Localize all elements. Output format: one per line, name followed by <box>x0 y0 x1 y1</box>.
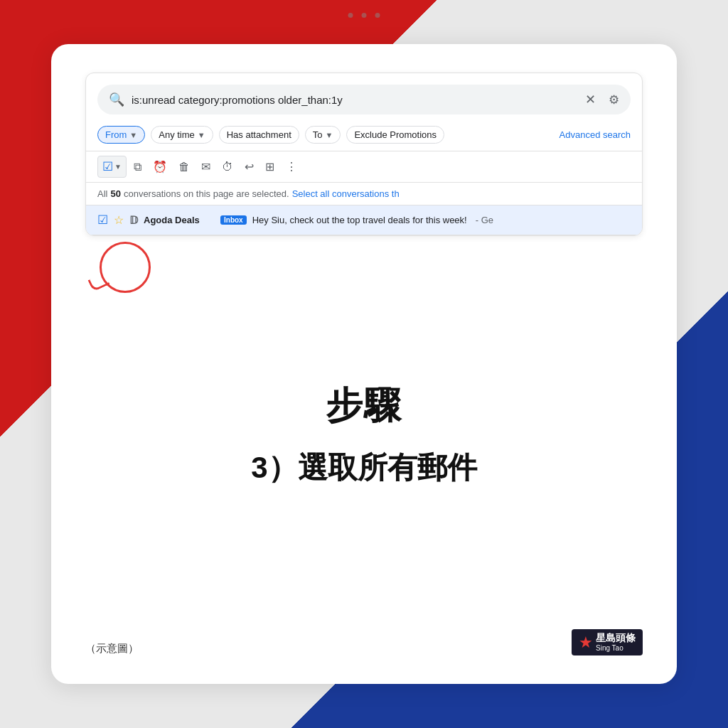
bottom-bar: （示意圖） ★ 星島頭條 Sing Tao <box>85 618 643 655</box>
refresh-icon[interactable]: ⧉ <box>129 156 146 178</box>
email-promo-category-icon: 𝔻 <box>129 214 138 227</box>
chevron-down-icon: ▼ <box>129 131 137 139</box>
close-icon[interactable]: ✕ <box>585 92 596 107</box>
mark-read-icon[interactable]: ✉ <box>197 156 215 178</box>
selection-count: 50 <box>110 188 120 199</box>
filter-chip-attachment[interactable]: Has attachment <box>219 126 299 144</box>
step-description: 3）選取所有郵件 <box>251 448 476 488</box>
toolbar-row: ☑ ▼ ⧉ ⏰ 🗑 ✉ ⏱ ↩ ⊞ ⋮ <box>86 151 642 183</box>
email-checkbox-icon[interactable]: ☑ <box>97 213 108 228</box>
more-actions-icon[interactable]: ⋮ <box>282 156 301 178</box>
search-icon: 🔍 <box>109 92 124 107</box>
search-query: is:unread category:promotions older_than… <box>132 94 578 106</box>
email-snippet-text: - Ge <box>476 215 493 225</box>
select-all-conversations-link[interactable]: Select all conversations th <box>292 188 400 199</box>
selection-suffix: conversations on this page are selected. <box>124 188 289 199</box>
snooze2-icon[interactable]: ⏱ <box>218 156 237 178</box>
email-star-icon[interactable]: ☆ <box>114 213 124 227</box>
logo-english-text: Sing Tao <box>596 644 636 653</box>
filter-chip-attachment-label: Has attachment <box>227 129 291 140</box>
email-list-item[interactable]: ☑ ☆ 𝔻 Agoda Deals Inbox Hey Siu, check o… <box>86 205 642 235</box>
step-title: 步驟 <box>326 381 402 431</box>
filter-chip-anytime-label: Any time <box>159 129 195 140</box>
selection-notice-bar: All 50 conversations on this page are se… <box>86 183 642 205</box>
selection-prefix: All <box>97 188 107 199</box>
logo-star-icon: ★ <box>579 635 593 651</box>
filter-chip-from[interactable]: From ▼ <box>97 126 145 144</box>
move-to-icon[interactable]: ↩ <box>240 156 258 178</box>
email-sender-name: Agoda Deals <box>144 215 215 225</box>
filter-chips-row: From ▼ Any time ▼ Has attachment To ▼ Ex… <box>86 123 642 151</box>
disclaimer-text: （示意圖） <box>85 642 139 655</box>
email-subject-text: Hey Siu, check out the top travel deals … <box>252 215 467 225</box>
logo-chinese-text: 星島頭條 <box>596 632 636 644</box>
select-all-button[interactable]: ☑ ▼ <box>97 156 127 178</box>
main-card: 🔍 is:unread category:promotions older_th… <box>51 44 677 684</box>
singtao-logo: ★ 星島頭條 Sing Tao <box>572 629 643 655</box>
email-inbox-badge: Inbox <box>220 215 247 225</box>
filter-chip-anytime[interactable]: Any time ▼ <box>151 126 213 144</box>
search-bar: 🔍 is:unread category:promotions older_th… <box>97 85 631 114</box>
select-all-dropdown-icon: ▼ <box>114 163 122 171</box>
snooze-icon[interactable]: ⏰ <box>149 156 171 178</box>
chevron-down-icon: ▼ <box>198 131 205 139</box>
filter-chip-exclude-promotions[interactable]: Exclude Promotions <box>346 126 444 144</box>
label-icon[interactable]: ⊞ <box>261 156 279 178</box>
filter-chip-exclude-promotions-label: Exclude Promotions <box>354 129 437 140</box>
advanced-search-link[interactable]: Advanced search <box>560 129 631 140</box>
select-all-checkbox-icon: ☑ <box>102 159 113 174</box>
filter-settings-icon[interactable]: ⚙ <box>609 92 619 107</box>
filter-chip-from-label: From <box>105 129 127 140</box>
filter-chip-to[interactable]: To ▼ <box>305 126 341 144</box>
step-section: 步驟 3）選取所有郵件 <box>85 236 643 618</box>
gmail-ui-mock: 🔍 is:unread category:promotions older_th… <box>85 73 643 236</box>
chevron-down-icon: ▼ <box>325 131 333 139</box>
delete-icon[interactable]: 🗑 <box>174 156 194 178</box>
filter-chip-to-label: To <box>313 129 323 140</box>
